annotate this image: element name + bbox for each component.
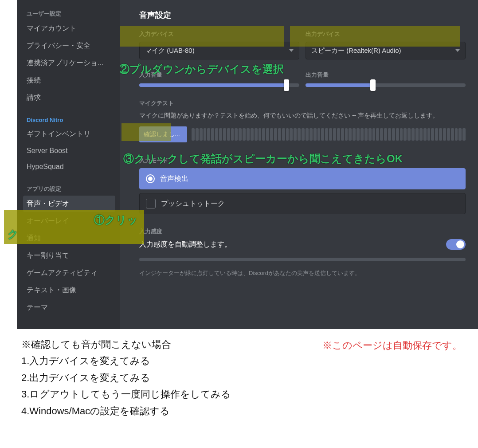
- sensitivity-auto-toggle[interactable]: [446, 239, 466, 250]
- instruction-line: 4.Windows/Macの設定を確認する: [21, 403, 474, 419]
- instruction-line: 3.ログアウトしてもう一度同じ操作をしてみる: [21, 386, 474, 402]
- instruction-line: 2.出力デバイスを変えてみる: [21, 369, 474, 386]
- sidebar-item-theme[interactable]: テーマ: [23, 299, 115, 316]
- sensitivity-auto-text: 入力感度を自動調整します。: [139, 240, 231, 249]
- autosave-note: ※このページは自動保存です。: [322, 337, 462, 354]
- sidebar-item-privacy[interactable]: プライバシー・安全: [23, 38, 115, 54]
- mic-test-label: マイクテスト: [139, 99, 466, 107]
- input-device-select[interactable]: マイク (UAB-80): [139, 42, 299, 59]
- voice-settings-panel: 音声設定 入力デバイス マイク (UAB-80) 出力デバイス スピーカー (R…: [120, 0, 478, 329]
- mic-test-description: マイクに問題がありますか？テストを始め、何でもいいので話してください -- 声を…: [139, 111, 466, 120]
- sidebar-item-billing[interactable]: 請求: [23, 90, 115, 106]
- sidebar-item-notifications[interactable]: 通知: [23, 230, 115, 247]
- sidebar-header-user: ユーザー設定: [23, 8, 115, 20]
- input-mode-label: 入力モード: [139, 157, 466, 165]
- checkbox-icon: [146, 199, 156, 208]
- sidebar-header-app: アプリの設定: [23, 183, 115, 196]
- output-device-value: スピーカー (Realtek(R) Audio): [311, 47, 401, 55]
- output-volume-slider[interactable]: [306, 83, 466, 87]
- input-volume-label: 入力音量: [139, 71, 299, 79]
- instructions-block: ※このページは自動保存です。 ※確認しても音が聞こえない場合 1.入力デバイスを…: [0, 329, 478, 432]
- sensitivity-label: 入力感度: [139, 228, 466, 236]
- sidebar-item-game-activity[interactable]: ゲームアクティビティ: [23, 265, 115, 281]
- sensitivity-bar: [139, 258, 466, 261]
- input-device-value: マイク (UAB-80): [145, 47, 195, 55]
- discord-settings-window: ユーザー設定 マイアカウント プライバシー・安全 連携済アプリケーショ... 接…: [17, 0, 478, 329]
- sidebar-item-overlay[interactable]: オーバーレイ: [23, 213, 115, 229]
- sidebar-item-server-boost[interactable]: Server Boost: [23, 143, 115, 158]
- input-volume-slider[interactable]: [139, 83, 299, 87]
- radio-icon: [146, 174, 155, 183]
- input-mode-push-to-talk[interactable]: プッシュトゥトーク: [139, 193, 466, 214]
- settings-sidebar: ユーザー設定 マイアカウント プライバシー・安全 連携済アプリケーショ... 接…: [17, 0, 120, 329]
- sensitivity-indicator-text: インジケーターが緑に点灯している時は、Discordがあなたの美声を送信していま…: [139, 269, 466, 277]
- sidebar-item-text-images[interactable]: テキスト・画像: [23, 282, 115, 299]
- voice-activity-label: 音声検出: [160, 174, 188, 184]
- output-volume-label: 出力音量: [306, 71, 466, 79]
- chevron-down-icon: [289, 49, 294, 52]
- sidebar-item-authorized-apps[interactable]: 連携済アプリケーショ...: [23, 55, 115, 71]
- mic-test-button[interactable]: 確認しまし...: [139, 126, 187, 142]
- output-device-label: 出力デバイス: [306, 30, 466, 38]
- sidebar-item-gift-inventory[interactable]: ギフトインベントリ: [23, 126, 115, 142]
- sidebar-header-nitro: Discord Nitro: [23, 115, 115, 126]
- sidebar-item-connections[interactable]: 接続: [23, 72, 115, 89]
- push-to-talk-label: プッシュトゥトーク: [161, 199, 225, 208]
- sidebar-item-keybinds[interactable]: キー割り当て: [23, 248, 115, 264]
- sidebar-item-voice-video[interactable]: 音声・ビデオ: [23, 196, 115, 212]
- input-device-label: 入力デバイス: [139, 30, 299, 38]
- chevron-down-icon: [455, 49, 460, 52]
- sidebar-item-my-account[interactable]: マイアカウント: [23, 20, 115, 37]
- mic-level-meter: [192, 128, 466, 141]
- output-device-select[interactable]: スピーカー (Realtek(R) Audio): [306, 42, 466, 59]
- toggle-knob-icon: [456, 240, 464, 248]
- sidebar-item-hypesquad[interactable]: HypeSquad: [23, 159, 115, 174]
- input-mode-voice-activity[interactable]: 音声検出: [139, 168, 466, 189]
- instruction-line: 1.入力デバイスを変えてみる: [21, 353, 474, 369]
- page-title: 音声設定: [139, 10, 466, 20]
